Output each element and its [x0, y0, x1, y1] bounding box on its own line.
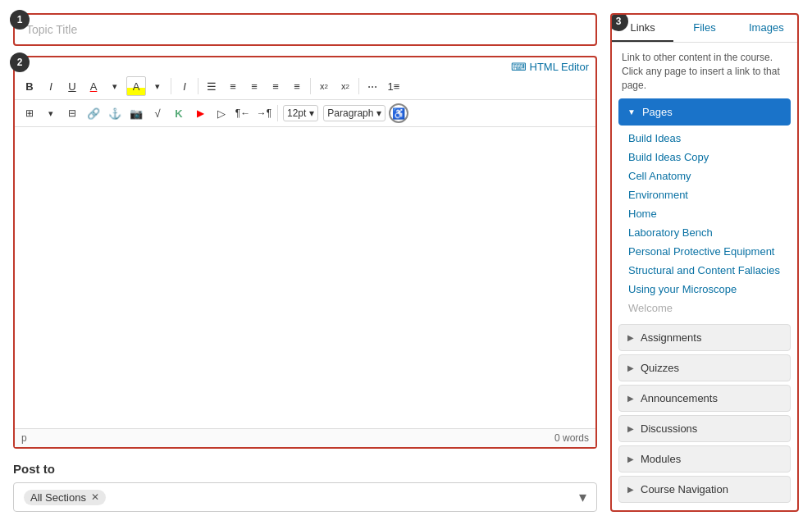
pages-chevron-icon: ▼ [627, 107, 636, 116]
assignments-chevron-icon: ▶ [627, 333, 634, 342]
accordion-assignments-header[interactable]: ▶ Assignments [618, 324, 791, 351]
page-link-cell-anatomy[interactable]: Cell Anatomy [618, 167, 791, 185]
sections-dropdown[interactable]: All Sections ✕ ▾ [13, 482, 597, 512]
subscript-button[interactable]: x2 [335, 76, 355, 96]
font-size-button[interactable]: ▾ [105, 76, 125, 96]
page-link-microscope[interactable]: Using your Microscope [618, 280, 791, 299]
bg-color-button[interactable]: A [126, 76, 146, 96]
page-link-build-ideas[interactable]: Build Ideas [618, 129, 791, 148]
accordion-quizzes-header[interactable]: ▶ Quizzes [618, 354, 791, 381]
accessibility-button[interactable]: ♿ [389, 103, 408, 123]
table-button[interactable]: ⊞ [20, 103, 39, 123]
step-1-badge: 1 [10, 10, 30, 30]
dropdown-arrow-icon: ▾ [579, 488, 586, 506]
outdent-button[interactable]: ≡ [287, 76, 307, 96]
page-link-laboratory-bench[interactable]: Laboratory Bench [618, 223, 791, 242]
quizzes-label: Quizzes [641, 362, 679, 374]
right-panel: 3 Links Files Images Link to other conte… [610, 13, 799, 512]
pages-label: Pages [642, 106, 673, 118]
youtube-button[interactable]: ▶ [190, 103, 210, 123]
topic-title-input[interactable] [13, 13, 597, 46]
html-editor-link[interactable]: ⌨ HTML Editor [15, 57, 595, 73]
toolbar-sep-2 [198, 78, 198, 94]
italic2-button[interactable]: I [175, 76, 194, 96]
accordion-discussions: ▶ Discussions [618, 415, 791, 442]
accordion-announcements-header[interactable]: ▶ Announcements [618, 385, 791, 412]
all-sections-tag: All Sections ✕ [24, 490, 106, 505]
editor-tag-indicator: p [21, 432, 27, 444]
toolbar-row-2: ⊞ ▾ ⊟ 🔗 ⚓ 📷 √ K ▶ ▷ ¶← →¶ 12pt ▾ [15, 100, 595, 127]
remove-section-button[interactable]: ✕ [91, 491, 99, 503]
toolbar-sep-3 [310, 78, 311, 94]
superscript-button[interactable]: x2 [314, 76, 334, 96]
link-button[interactable]: 🔗 [84, 103, 103, 123]
accordion-discussions-header[interactable]: ▶ Discussions [618, 415, 791, 442]
course-navigation-label: Course Navigation [641, 483, 728, 495]
right-panel-body: ▼ Pages Build Ideas Build Ideas Copy Cel… [612, 98, 797, 510]
modules-label: Modules [641, 453, 681, 465]
accordion-course-navigation: ▶ Course Navigation [618, 476, 791, 503]
accordion-pages: ▼ Pages Build Ideas Build Ideas Copy Cel… [618, 98, 791, 321]
page-link-welcome[interactable]: Welcome [618, 299, 791, 317]
discussions-label: Discussions [641, 422, 697, 435]
accordion-pages-header[interactable]: ▼ Pages [618, 98, 791, 126]
announcements-label: Announcements [641, 392, 718, 404]
page-link-build-ideas-copy[interactable]: Build Ideas Copy [618, 148, 791, 167]
align-left-button[interactable]: ☰ [202, 76, 221, 96]
tab-files[interactable]: Files [673, 15, 735, 42]
media-button[interactable]: ▷ [212, 103, 231, 123]
page-link-ppe[interactable]: Personal Protective Equipment [618, 242, 791, 261]
editor-body[interactable] [15, 127, 595, 428]
bold-button[interactable]: B [20, 76, 39, 96]
toolbar-sep-4 [358, 78, 359, 94]
ltr-button[interactable]: →¶ [254, 103, 274, 123]
sqrt-button[interactable]: √ [148, 103, 167, 123]
ordered-list-button[interactable]: 1≡ [384, 76, 404, 96]
accordion-modules-header[interactable]: ▶ Modules [618, 445, 791, 472]
bg-color-dropdown[interactable]: ▾ [148, 76, 167, 96]
modules-chevron-icon: ▶ [627, 454, 634, 463]
table-dropdown[interactable]: ▾ [41, 103, 61, 123]
table2-button[interactable]: ⊟ [62, 103, 82, 123]
knitr-button[interactable]: K [169, 103, 189, 123]
course-navigation-chevron-icon: ▶ [627, 485, 634, 494]
html-editor-label: HTML Editor [530, 61, 589, 73]
paragraph-dropdown[interactable]: Paragraph ▾ [323, 105, 385, 121]
editor-footer: p 0 words [15, 428, 595, 447]
page-link-structural[interactable]: Structural and Content Fallacies [618, 261, 791, 280]
discussions-chevron-icon: ▶ [627, 424, 634, 433]
right-panel-description: Link to other content in the course. Cli… [612, 43, 797, 98]
assignments-label: Assignments [641, 331, 701, 344]
accordion-quizzes: ▶ Quizzes [618, 354, 791, 381]
image-button[interactable]: 📷 [126, 103, 146, 123]
align-right-button[interactable]: ≡ [244, 76, 264, 96]
page-link-home[interactable]: Home [618, 204, 791, 223]
step-2-badge: 2 [10, 52, 30, 72]
align-center-button[interactable]: ≡ [223, 76, 243, 96]
right-tabs: Links Files Images [612, 15, 797, 43]
font-color-button[interactable]: A [84, 76, 103, 96]
accordion-announcements: ▶ Announcements [618, 385, 791, 412]
unordered-list-button[interactable]: ⋅⋅⋅ [363, 76, 382, 96]
font-size-dropdown[interactable]: 12pt ▾ [283, 105, 318, 121]
accordion-assignments: ▶ Assignments [618, 324, 791, 351]
post-to-section: Post to All Sections ✕ ▾ [13, 462, 597, 512]
html-editor-icon: ⌨ [511, 61, 527, 73]
tab-images[interactable]: Images [736, 15, 797, 42]
pages-content: Build Ideas Build Ideas Copy Cell Anatom… [618, 126, 791, 321]
underline-button[interactable]: U [62, 76, 82, 96]
post-to-label: Post to [13, 462, 597, 476]
word-count: 0 words [554, 432, 589, 444]
toolbar-sep-5 [277, 105, 278, 121]
unlink-button[interactable]: ⚓ [105, 103, 125, 123]
announcements-chevron-icon: ▶ [627, 394, 634, 403]
accordion-course-navigation-header[interactable]: ▶ Course Navigation [618, 476, 791, 503]
toolbar-sep-1 [171, 78, 171, 94]
rtl-button[interactable]: ¶← [233, 103, 253, 123]
quizzes-chevron-icon: ▶ [627, 363, 634, 372]
accordion-modules: ▶ Modules [618, 445, 791, 472]
italic-button[interactable]: I [41, 76, 61, 96]
toolbar-row-1: B I U A ▾ A ▾ I ☰ ≡ ≡ ≡ ≡ x2 [15, 73, 595, 100]
indent-button[interactable]: ≡ [266, 76, 285, 96]
page-link-environment[interactable]: Environment [618, 185, 791, 204]
